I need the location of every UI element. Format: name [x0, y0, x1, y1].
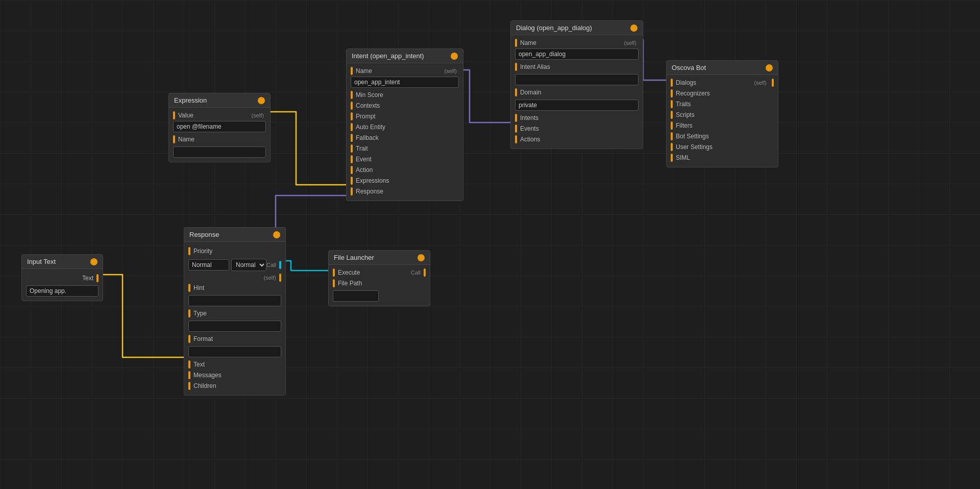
file-launcher-dot	[418, 254, 425, 261]
expression-title: Expression	[174, 96, 207, 104]
response-children-row: Children	[188, 381, 281, 390]
intent-body: Name (self) Min Score Contexts Prompt Au…	[347, 63, 463, 201]
response-normal-select[interactable]: Normal	[231, 259, 266, 271]
oscova-usersettings-row: User Settings	[671, 142, 774, 152]
dialog-events-row: Events	[515, 124, 639, 133]
oscova-botsettings-row: Bot Settings	[671, 132, 774, 141]
file-launcher-execute-label: Execute	[338, 268, 360, 277]
response-body: Priority Normal Call (self) Hint	[184, 242, 285, 395]
response-self-label: (self)	[264, 275, 276, 281]
response-hint-label: Hint	[193, 283, 204, 292]
input-text-value[interactable]	[26, 285, 99, 297]
intent-contexts-port	[351, 102, 353, 110]
oscova-bot-header: Oscova Bot	[667, 61, 778, 75]
intent-prompt-label: Prompt	[356, 112, 376, 121]
input-text-body: Text	[22, 269, 103, 301]
intent-minscore-label: Min Score	[356, 90, 383, 100]
oscova-recognizers-label: Recognizers	[676, 89, 710, 98]
intent-event-row: Event	[351, 155, 459, 164]
file-launcher-filepath-port	[333, 279, 335, 287]
response-type-label: Type	[193, 309, 207, 318]
intent-action-port	[351, 166, 353, 174]
oscova-dialogs-row: Dialogs (self)	[671, 78, 774, 87]
file-launcher-node: File Launcher Execute Call File Path	[328, 250, 430, 306]
oscova-botsettings-port	[671, 132, 673, 140]
response-hint-input[interactable]	[188, 295, 281, 306]
oscova-bot-title: Oscova Bot	[672, 64, 706, 71]
response-format-row: Format	[188, 334, 281, 344]
intent-expressions-label: Expressions	[356, 176, 389, 185]
response-node: Response Priority Normal Call (self)	[184, 227, 286, 396]
file-launcher-title: File Launcher	[334, 254, 374, 261]
dialog-intents-port	[515, 114, 517, 122]
intent-self-label: (self)	[445, 68, 457, 74]
response-hint-row: Hint	[188, 283, 281, 292]
file-launcher-body: Execute Call File Path	[329, 265, 430, 306]
intent-name-port	[351, 67, 353, 75]
intent-minscore-row: Min Score	[351, 90, 459, 100]
file-launcher-call-port	[424, 268, 426, 277]
input-text-header: Input Text	[22, 255, 103, 269]
expression-value-row: Value (self)	[173, 111, 266, 120]
expression-value-port	[173, 111, 175, 119]
response-priority-row: Priority	[188, 247, 281, 256]
intent-action-label: Action	[356, 165, 373, 175]
oscova-bot-dot	[766, 64, 773, 71]
intent-fallback-label: Fallback	[356, 133, 379, 142]
intent-contexts-label: Contexts	[356, 101, 380, 110]
oscova-usersettings-port	[671, 143, 673, 151]
dialog-name-row: Name (self)	[515, 38, 639, 47]
input-text-node: Input Text Text	[21, 254, 103, 301]
oscova-siml-label: SIML	[676, 153, 690, 162]
intent-autoentity-label: Auto Entity	[356, 123, 385, 132]
dialog-self-label: (self)	[624, 40, 636, 46]
expression-value-label: Value	[178, 111, 193, 120]
intent-trait-row: Trait	[351, 144, 459, 153]
oscova-recognizers-port	[671, 89, 673, 97]
response-normal-row: Normal	[188, 258, 266, 272]
oscova-traits-label: Traits	[676, 100, 691, 109]
expression-name-label: Name	[178, 135, 194, 144]
expression-value-input[interactable]	[173, 121, 266, 132]
response-text-label: Text	[193, 360, 205, 369]
oscova-filters-row: Filters	[671, 121, 774, 130]
oscova-siml-row: SIML	[671, 153, 774, 162]
response-format-input[interactable]	[188, 346, 281, 357]
response-normal-value[interactable]	[188, 259, 229, 271]
response-messages-row: Messages	[188, 371, 281, 380]
dialog-domain-row: Domain	[515, 88, 639, 97]
intent-fallback-port	[351, 134, 353, 142]
expression-name-input[interactable]	[173, 146, 266, 158]
intent-autoentity-row: Auto Entity	[351, 123, 459, 132]
oscova-filters-label: Filters	[676, 121, 693, 130]
dialog-intentalias-label: Intent Alias	[520, 62, 550, 71]
response-messages-label: Messages	[193, 371, 222, 380]
dialog-domain-input[interactable]	[515, 100, 639, 111]
dialog-name-input[interactable]	[515, 48, 639, 60]
expression-name-row: Name	[173, 135, 266, 144]
dialog-intents-row: Intents	[515, 113, 639, 123]
expression-name-port	[173, 135, 175, 143]
response-type-input[interactable]	[188, 321, 281, 332]
dialog-intents-label: Intents	[520, 113, 538, 123]
dialog-node: Dialog (open_app_dialog) Name (self) Int…	[510, 20, 643, 149]
response-children-port	[188, 382, 190, 390]
dialog-domain-label: Domain	[520, 88, 541, 97]
intent-expressions-port	[351, 177, 353, 185]
oscova-filters-port	[671, 121, 673, 130]
oscova-self-port	[772, 79, 774, 87]
intent-contexts-row: Contexts	[351, 101, 459, 110]
oscova-siml-port	[671, 154, 673, 162]
oscova-bot-body: Dialogs (self) Recognizers Traits Script…	[667, 75, 778, 167]
intent-title: Intent (open_app_intent)	[352, 52, 424, 60]
dialog-actions-label: Actions	[520, 135, 540, 144]
dialog-intentalias-input[interactable]	[515, 74, 639, 85]
response-header: Response	[184, 228, 285, 242]
intent-event-port	[351, 155, 353, 163]
file-launcher-filepath-input[interactable]	[333, 290, 379, 302]
intent-response-label: Response	[356, 187, 383, 196]
dialog-header: Dialog (open_app_dialog)	[511, 21, 643, 35]
dialog-name-port	[515, 39, 517, 47]
intent-name-input[interactable]	[351, 77, 459, 88]
dialog-title: Dialog (open_app_dialog)	[516, 24, 592, 32]
